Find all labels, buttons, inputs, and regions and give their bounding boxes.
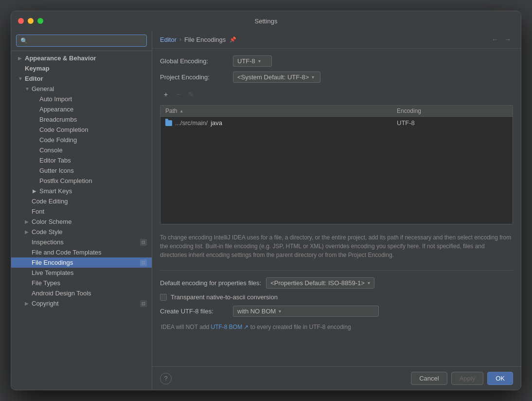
sidebar-item-file-encodings[interactable]: File Encodings ⊡ (11, 257, 152, 268)
sidebar-item-auto-import[interactable]: Auto Import (11, 94, 152, 104)
sidebar-item-label: File Types (32, 279, 147, 287)
sidebar-item-label: Code Editing (32, 198, 147, 205)
sidebar-item-label: Postfix Completion (39, 177, 147, 184)
sidebar-item-breadcrumbs[interactable]: Breadcrumbs (11, 114, 152, 125)
properties-encoding-dropdown[interactable]: <Properties Default: ISO-8859-1> ▾ (266, 277, 374, 289)
footer: ? Cancel Apply OK (152, 366, 521, 390)
sidebar-item-smart-keys[interactable]: ▶ Smart Keys (11, 186, 152, 196)
main-content: 🔍 ▶ Appearance & Behavior Keymap ▼ (11, 31, 521, 390)
remove-button[interactable]: − (173, 89, 184, 100)
arrow-icon: ▶ (25, 229, 30, 235)
sidebar-item-copyright[interactable]: ▶ Copyright ⊡ (11, 298, 152, 309)
ok-button[interactable]: OK (487, 372, 513, 385)
project-encoding-value: <System Default: UTF-8> (237, 73, 309, 81)
sidebar-item-editor-tabs[interactable]: Editor Tabs (11, 155, 152, 165)
sidebar-item-inspections[interactable]: Inspections ⊡ (11, 237, 152, 247)
sidebar-item-label: File Encodings (32, 259, 138, 266)
sidebar-item-editor[interactable]: ▼ Editor (11, 73, 152, 84)
utf8-files-row: Create UTF-8 files: with NO BOM ▾ (160, 306, 513, 317)
project-encoding-row: Project Encoding: <System Default: UTF-8… (160, 72, 513, 83)
path-header-label: Path (165, 108, 177, 114)
back-button[interactable]: ← (490, 36, 500, 43)
sidebar-item-code-completion[interactable]: Code Completion (11, 125, 152, 135)
transparent-ascii-checkbox[interactable] (160, 294, 167, 301)
global-encoding-label: Global Encoding: (160, 57, 228, 65)
file-encodings-badge: ⊡ (140, 259, 147, 266)
arrow-icon: ▶ (33, 188, 37, 194)
encoding-toolbar: + − ✎ (160, 89, 513, 100)
dropdown-arrow-icon: ▾ (312, 74, 314, 80)
sidebar-item-keymap[interactable]: Keymap (11, 63, 152, 73)
project-encoding-dropdown[interactable]: <System Default: UTF-8> ▾ (233, 72, 320, 83)
utf8-note: IDEA will NOT add UTF-8 BOM ↗ to every c… (160, 324, 513, 330)
add-button[interactable]: + (160, 89, 172, 100)
sidebar-item-postfix-completion[interactable]: Postfix Completion (11, 176, 152, 186)
arrow-icon: ▼ (18, 76, 23, 81)
sidebar-item-label: Inspections (32, 238, 138, 246)
sidebar-item-label: Live Templates (32, 269, 147, 276)
encoding-column-header[interactable]: Encoding (392, 106, 513, 116)
sidebar-item-label: Gutter Icons (39, 167, 147, 174)
sidebar-item-general[interactable]: ▼ General (11, 84, 152, 94)
titlebar: Settings (11, 11, 521, 31)
forward-button[interactable]: → (502, 36, 513, 43)
arrow-icon: ▼ (25, 86, 30, 91)
sidebar-item-color-scheme[interactable]: ▶ Color Scheme (11, 217, 152, 227)
close-button[interactable] (18, 18, 24, 24)
window-title: Settings (255, 18, 278, 25)
search-input[interactable] (30, 37, 142, 44)
sidebar-item-label: Console (39, 146, 147, 154)
note-suffix: to every created file in UTF-8 encoding (248, 324, 351, 330)
sidebar-item-live-templates[interactable]: Live Templates (11, 268, 152, 278)
sidebar-item-appearance-behavior[interactable]: ▶ Appearance & Behavior (11, 53, 152, 63)
help-button[interactable]: ? (160, 373, 172, 384)
table-row[interactable]: .../src/main/java UTF-8 (160, 117, 513, 129)
sidebar-item-console[interactable]: Console (11, 145, 152, 155)
apply-button[interactable]: Apply (451, 372, 484, 385)
encoding-value: UTF-8 (397, 119, 415, 127)
sidebar-item-label: Breadcrumbs (39, 116, 147, 123)
sidebar-item-gutter-icons[interactable]: Gutter Icons (11, 165, 152, 176)
search-input-wrap[interactable]: 🔍 (16, 35, 147, 47)
utf8-files-label: Create UTF-8 files: (160, 308, 228, 315)
sidebar-item-code-folding[interactable]: Code Folding (11, 135, 152, 145)
sidebar-item-label: Smart Keys (39, 187, 147, 195)
sidebar-item-font[interactable]: Font (11, 206, 152, 217)
sidebar-item-label: Appearance & Behavior (25, 55, 147, 62)
project-encoding-label: Project Encoding: (160, 73, 228, 81)
table-header: Path ▲ Encoding (160, 106, 513, 117)
settings-window: Settings 🔍 ▶ Appearance & Behavior (11, 11, 521, 390)
sidebar-item-label: Auto Import (39, 95, 147, 103)
cancel-button[interactable]: Cancel (411, 372, 447, 385)
sidebar-item-code-editing[interactable]: Code Editing (11, 196, 152, 206)
pin-icon[interactable]: 📌 (230, 36, 236, 43)
main-panel: Editor › File Encodings 📌 ← → Global Enc… (152, 31, 521, 390)
sidebar-item-code-style[interactable]: ▶ Code Style (11, 227, 152, 237)
nav-arrows: ← → (490, 36, 513, 43)
encoding-cell: UTF-8 (392, 117, 513, 129)
inspections-badge: ⊡ (140, 239, 147, 246)
dropdown-arrow-icon: ▾ (279, 309, 281, 314)
info-text: To change encoding IntelliJ IDEA uses fo… (160, 229, 513, 263)
sidebar-item-file-types[interactable]: File Types (11, 278, 152, 288)
search-icon: 🔍 (20, 37, 28, 44)
sidebar-item-label: Copyright (32, 300, 138, 307)
utf8-files-dropdown[interactable]: with NO BOM ▾ (233, 306, 379, 317)
sidebar-item-file-code-templates[interactable]: File and Code Templates (11, 247, 152, 257)
maximize-button[interactable] (37, 18, 43, 24)
edit-button[interactable]: ✎ (185, 89, 197, 100)
path-cell: .../src/main/java (160, 117, 392, 129)
sidebar-tree: ▶ Appearance & Behavior Keymap ▼ Editor … (11, 51, 152, 390)
sidebar-item-label: Appearance (39, 106, 147, 113)
global-encoding-dropdown[interactable]: UTF-8 ▾ (233, 55, 272, 67)
sidebar-item-label: Font (32, 208, 147, 215)
utf8-bom-link[interactable]: UTF-8 BOM ↗ (211, 324, 248, 330)
sidebar-item-appearance[interactable]: Appearance (11, 104, 152, 114)
sidebar-item-android-design-tools[interactable]: Android Design Tools (11, 288, 152, 298)
path-column-header[interactable]: Path ▲ (160, 106, 392, 116)
minimize-button[interactable] (28, 18, 34, 24)
sidebar-item-label: Code Folding (39, 136, 147, 144)
breadcrumb-parent[interactable]: Editor (160, 36, 177, 43)
encodings-table: Path ▲ Encoding .../src/main/java (160, 105, 513, 224)
path-bold: java (211, 119, 222, 127)
